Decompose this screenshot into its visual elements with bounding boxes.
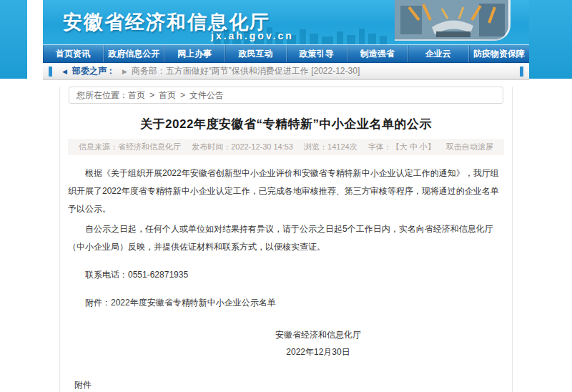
site-container: 安徽省经济和信息化厅 jx.ah.gov.cn 首页资讯 政府信息公开 网上办事… [43, 0, 529, 392]
breadcrumb: 您所在位置： 首页 > 首页 > 文件公告 [69, 87, 503, 104]
ticker-prev-icon[interactable]: ◀ [62, 68, 67, 75]
page-title: 关于2022年度安徽省“专精特新”中小企业名单的公示 [68, 116, 504, 132]
breadcrumb-link-home[interactable]: 首页 [128, 89, 145, 102]
ticker-right-accent [520, 67, 523, 77]
site-url: jx.ah.gov.cn [211, 30, 294, 41]
signature-block: 安徽省经济和信息化厅 2022年12月30日 [275, 326, 361, 361]
news-ticker: ◀ 部委之声： ▶ 商务部：五方面做好“两节”保供和消费促进工作 [2022-1… [43, 63, 529, 80]
breadcrumb-separator: > [149, 90, 154, 100]
page: 安徽省经济和信息化厅 jx.ah.gov.cn 首页资讯 政府信息公开 网上办事… [0, 0, 572, 392]
meta-publish-time: 发布时间：2022-12-30 14:53 [192, 142, 293, 151]
paragraph-2: 自公示之日起，任何个人或单位如对结果持有异议，请于公示之日起5个工作日内，实名向… [68, 220, 504, 256]
article-body: 根据《关于组织开展2022年安徽省创新型中小企业评价和安徽省专精特新中小企业认定… [68, 165, 504, 392]
meta-autoscroll-hint[interactable]: 双击自动滚屏 [446, 142, 493, 151]
breadcrumb-current: 文件公告 [189, 89, 224, 102]
factory-photo [395, 0, 511, 41]
nav-item-home-news[interactable]: 首页资讯 [43, 45, 104, 62]
nav-item-epidemic-supplies[interactable]: 防疫物资保障 [469, 45, 529, 62]
breadcrumb-prefix: 您所在位置： [77, 89, 128, 102]
ticker-left-accent [49, 67, 52, 77]
nav-item-public-interaction[interactable]: 政民互动 [225, 45, 286, 62]
signature-date: 2022年12月30日 [275, 343, 361, 361]
meta-font-label: 字体： [368, 142, 392, 151]
breadcrumb-separator: > [180, 90, 185, 100]
attachment-line: 附件：2022年度安徽省专精特新中小企业公示名单 [68, 294, 504, 312]
background-strip-left [0, 0, 27, 79]
main-nav: 首页资讯 政府信息公开 网上办事 政民互动 政策引导 制造强省 企业云 防疫物资… [43, 44, 529, 63]
font-size-options[interactable]: 【大 中 小】 [392, 142, 435, 151]
nav-item-enterprise-cloud[interactable]: 企业云 [408, 45, 469, 62]
ticker-bullet-icon: ▶ [122, 68, 127, 75]
contact-phone: 联系电话：0551-62871935 [68, 266, 504, 284]
nav-item-policy-guidance[interactable]: 政策引导 [287, 45, 347, 62]
signature-org: 安徽省经济和信息化厅 [275, 326, 361, 343]
meta-views: 浏览：14124次 [304, 142, 358, 151]
paragraph-1: 根据《关于组织开展2022年安徽省创新型中小企业评价和安徽省专精特新中小企业认定… [68, 165, 504, 218]
ticker-news-link[interactable]: 商务部：五方面做好“两节”保供和消费促进工作 [2022-12-30] [132, 65, 360, 77]
assembly-line-graphic [395, 0, 511, 41]
site-banner: 安徽省经济和信息化厅 jx.ah.gov.cn [43, 0, 529, 44]
ticker-label: 部委之声： [72, 65, 115, 77]
content-area: 您所在位置： 首页 > 首页 > 文件公告 关于2022年度安徽省“专精特新”中… [43, 80, 529, 392]
nav-item-manufacturing-province[interactable]: 制造强省 [347, 45, 408, 62]
appendix-label: 附件 [74, 376, 504, 392]
article-meta: 信息来源：省经济和信息化厅 发布时间：2022-12-30 14:53 浏览：1… [68, 139, 504, 155]
article-container: 您所在位置： 首页 > 首页 > 文件公告 关于2022年度安徽省“专精特新”中… [59, 87, 513, 392]
nav-item-online-services[interactable]: 网上办事 [164, 45, 225, 62]
meta-source: 信息来源：省经济和信息化厅 [79, 142, 181, 151]
nav-item-gov-info[interactable]: 政府信息公开 [104, 45, 164, 62]
breadcrumb-link-home-2[interactable]: 首页 [159, 89, 176, 102]
